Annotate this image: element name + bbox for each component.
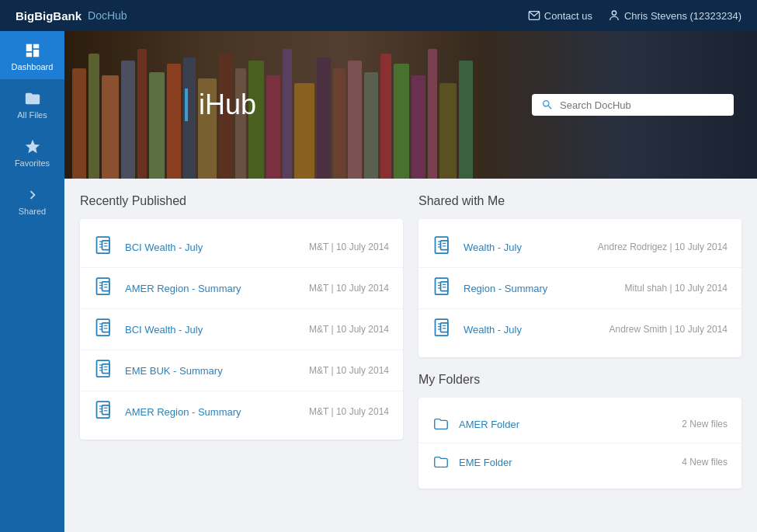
search-bar [532, 94, 734, 116]
file-icon [94, 360, 116, 381]
file-meta: M&T | 10 July 2014 [309, 406, 389, 417]
favorites-icon [24, 138, 41, 155]
list-item[interactable]: AMER Folder 2 New files [418, 405, 741, 443]
sidebar: Dashboard All Files Favorites Shared [0, 31, 64, 532]
file-icon [94, 318, 116, 340]
list-item[interactable]: Region - Summary Mitul shah | 10 July 20… [418, 268, 741, 309]
file-meta: Mitul shah | 10 July 2014 [624, 283, 727, 294]
user-icon [608, 9, 620, 22]
sidebar-item-shared[interactable]: Shared [0, 176, 64, 224]
shared-section: Shared with Me Wealth - July Andrez Rodr… [418, 194, 741, 357]
brand-name: BigBigBank [16, 9, 82, 23]
folder-meta: 2 New files [682, 419, 727, 429]
hero-title: iHub [185, 89, 256, 121]
shared-icon [24, 186, 41, 203]
list-item[interactable]: EME Folder 4 New files [418, 443, 741, 481]
shared-card: Wealth - July Andrez Rodrigez | 10 July … [418, 219, 741, 357]
hero-banner: iHub [64, 31, 757, 179]
file-name: AMER Region - Summary [125, 283, 309, 294]
all-files-icon [24, 90, 41, 107]
svg-rect-27 [102, 364, 109, 374]
list-item[interactable]: BCI Wealth - July M&T | 10 July 2014 [80, 227, 403, 268]
file-icon [432, 236, 454, 258]
content-area: Recently Published BCI Wealth - July M&T… [64, 179, 757, 532]
folders-card: AMER Folder 2 New files EME Folder 4 New… [418, 398, 741, 489]
file-meta: Andrew Smith | 10 July 2014 [609, 324, 727, 335]
sidebar-label-favorites: Favorites [15, 158, 50, 168]
sidebar-label-dashboard: Dashboard [12, 62, 54, 71]
svg-rect-34 [102, 405, 109, 415]
mail-icon [528, 9, 540, 22]
file-meta: M&T | 10 July 2014 [309, 242, 389, 252]
svg-rect-6 [102, 241, 109, 250]
file-meta: M&T | 10 July 2014 [309, 324, 389, 335]
sidebar-item-dashboard[interactable]: Dashboard [0, 31, 64, 79]
search-input[interactable] [560, 99, 724, 111]
file-meta: Andrez Rodrigez | 10 July 2014 [598, 242, 727, 252]
sidebar-label-all-files: All Files [17, 110, 47, 120]
dashboard-icon [24, 42, 41, 59]
svg-rect-41 [441, 241, 448, 250]
recently-published-card: BCI Wealth - July M&T | 10 July 2014 AME… [80, 219, 403, 440]
file-name: Wealth - July [464, 242, 598, 253]
user-menu[interactable]: Chris Stevens (12323234) [608, 9, 741, 22]
contact-link[interactable]: Contact us [528, 9, 592, 22]
file-name: BCI Wealth - July [125, 324, 309, 336]
folder-meta: 4 New files [682, 457, 727, 468]
file-icon [432, 277, 454, 299]
col-right: Shared with Me Wealth - July Andrez Rodr… [418, 194, 741, 516]
folder-icon [432, 416, 450, 433]
list-item[interactable]: BCI Wealth - July M&T | 10 July 2014 [80, 309, 403, 350]
list-item[interactable]: Wealth - July Andrew Smith | 10 July 201… [418, 309, 741, 349]
file-meta: M&T | 10 July 2014 [309, 283, 389, 294]
svg-rect-55 [441, 323, 448, 332]
folders-section: My Folders AMER Folder 2 New files EME F… [418, 373, 741, 489]
product-name: DocHub [88, 9, 127, 22]
topbar-right: Contact us Chris Stevens (12323234) [528, 9, 741, 22]
file-icon [94, 401, 116, 422]
sidebar-label-shared: Shared [19, 207, 46, 216]
svg-rect-48 [441, 282, 448, 291]
svg-rect-20 [102, 323, 109, 332]
sidebar-item-all-files[interactable]: All Files [0, 79, 64, 127]
file-name: EME BUK - Summary [125, 365, 309, 377]
topbar: BigBigBank DocHub Contact us Chris Steve… [0, 0, 757, 31]
file-name: Wealth - July [464, 324, 609, 336]
search-icon [541, 99, 554, 111]
sidebar-item-favorites[interactable]: Favorites [0, 127, 64, 176]
recently-published-title: Recently Published [80, 194, 403, 208]
file-name: AMER Region - Summary [125, 406, 309, 418]
svg-rect-13 [102, 282, 109, 291]
folder-name: EME Folder [459, 457, 682, 468]
file-name: Region - Summary [464, 283, 624, 294]
main-layout: Dashboard All Files Favorites Shared [0, 31, 757, 532]
list-item[interactable]: EME BUK - Summary M&T | 10 July 2014 [80, 350, 403, 391]
file-icon [94, 236, 116, 258]
topbar-left: BigBigBank DocHub [16, 9, 127, 23]
file-name: BCI Wealth - July [125, 242, 309, 253]
list-item[interactable]: AMER Region - Summary M&T | 10 July 2014 [80, 268, 403, 309]
svg-point-1 [612, 11, 616, 15]
file-icon [94, 277, 116, 299]
file-meta: M&T | 10 July 2014 [309, 365, 389, 376]
folders-title: My Folders [418, 373, 741, 387]
folder-name: AMER Folder [459, 419, 682, 430]
folder-icon [432, 454, 450, 471]
file-icon [432, 318, 454, 340]
shared-title: Shared with Me [418, 194, 741, 208]
list-item[interactable]: AMER Region - Summary M&T | 10 July 2014 [80, 391, 403, 432]
col-recently-published: Recently Published BCI Wealth - July M&T… [80, 194, 403, 516]
list-item[interactable]: Wealth - July Andrez Rodrigez | 10 July … [418, 227, 741, 268]
